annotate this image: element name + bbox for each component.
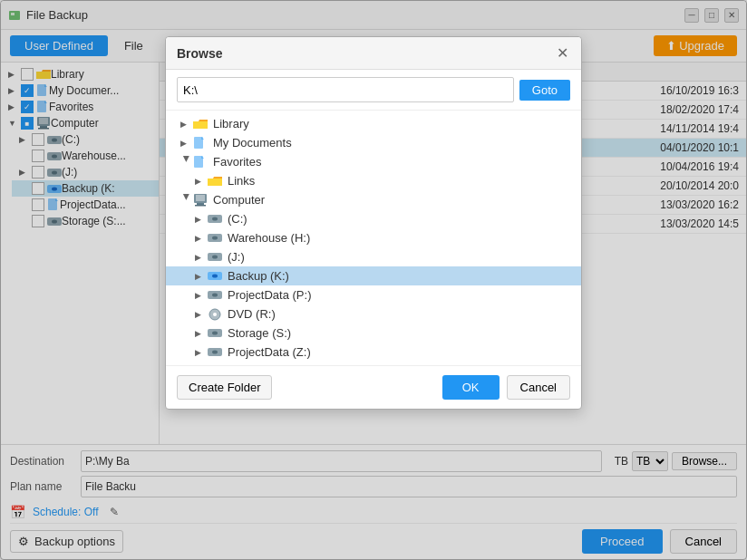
di-label-projectdata-p: ProjectData (P:) bbox=[228, 288, 311, 302]
dialog-tree: ▶ Library ▶ My Documents ▶ bbox=[166, 111, 581, 366]
di-folder-icon-library bbox=[193, 119, 209, 130]
dialog-tree-item-warehouse-h[interactable]: ▶ Warehouse (H:) bbox=[166, 228, 581, 247]
dialog-close-button[interactable]: ✕ bbox=[555, 44, 570, 62]
di-label-dvd-r: DVD (R:) bbox=[228, 307, 276, 321]
di-label-backup-k: Backup (K:) bbox=[228, 269, 289, 283]
di-arrow-favorites: ▶ bbox=[182, 156, 191, 169]
dialog-tree-item-library[interactable]: ▶ Library bbox=[166, 114, 581, 133]
di-arrow-c: ▶ bbox=[195, 215, 208, 224]
di-doc-icon-mydocs bbox=[193, 137, 209, 150]
di-label-storage-s: Storage (S:) bbox=[228, 326, 291, 340]
dialog-title: Browse bbox=[177, 46, 223, 61]
di-arrow-library: ▶ bbox=[180, 120, 193, 129]
ok-button[interactable]: OK bbox=[442, 375, 500, 400]
dialog-tree-item-dvd-r[interactable]: ▶ DVD (R:) bbox=[166, 304, 581, 323]
svg-rect-23 bbox=[197, 203, 204, 205]
di-computer-icon bbox=[193, 194, 209, 207]
browse-dialog: Browse ✕ Goto ▶ Library ▶ bbox=[165, 36, 582, 410]
dialog-title-bar: Browse ✕ bbox=[166, 37, 581, 70]
dialog-tree-item-links[interactable]: ▶ Links bbox=[166, 171, 581, 190]
di-label-favorites: Favorites bbox=[213, 155, 261, 169]
di-drive-icon-c bbox=[208, 213, 224, 225]
di-arrow-computer: ▶ bbox=[182, 194, 191, 207]
dialog-tree-item-storage-s[interactable]: ▶ Storage (S:) bbox=[166, 323, 581, 343]
path-input[interactable] bbox=[177, 77, 514, 102]
dialog-actions: OK Cancel bbox=[442, 375, 570, 400]
di-drive-icon-warehouse-h bbox=[208, 232, 224, 244]
di-drive-icon-j bbox=[208, 251, 224, 263]
di-label-computer: Computer bbox=[213, 193, 265, 207]
di-arrow-links: ▶ bbox=[195, 177, 208, 186]
dialog-cancel-button[interactable]: Cancel bbox=[507, 375, 570, 400]
di-drive-icon-projectdata-p bbox=[208, 289, 224, 301]
di-arrow-dvd-r: ▶ bbox=[195, 310, 208, 319]
di-label-library: Library bbox=[213, 117, 249, 130]
di-arrow-projectdata-p: ▶ bbox=[195, 291, 208, 300]
di-arrow-mydocs: ▶ bbox=[180, 139, 193, 148]
dialog-tree-item-mydocs[interactable]: ▶ My Documents bbox=[166, 133, 581, 152]
svg-point-38 bbox=[212, 332, 218, 335]
svg-point-36 bbox=[213, 313, 217, 316]
svg-point-30 bbox=[212, 256, 218, 259]
svg-point-40 bbox=[212, 351, 218, 354]
di-label-warehouse-h: Warehouse (H:) bbox=[228, 231, 310, 245]
di-dvd-icon bbox=[208, 308, 224, 321]
create-folder-button[interactable]: Create Folder bbox=[177, 375, 272, 400]
di-arrow-storage-s: ▶ bbox=[195, 329, 208, 338]
svg-point-28 bbox=[212, 237, 218, 240]
di-label-c: (C:) bbox=[228, 212, 247, 226]
dialog-overlay: Browse ✕ Goto ▶ Library ▶ bbox=[0, 0, 747, 560]
di-drive-icon-backup-k bbox=[208, 270, 224, 282]
dialog-footer: Create Folder OK Cancel bbox=[166, 366, 581, 409]
di-arrow-j: ▶ bbox=[195, 253, 208, 262]
di-doc-icon-favorites bbox=[193, 156, 209, 169]
svg-rect-24 bbox=[195, 205, 206, 207]
svg-point-26 bbox=[212, 217, 218, 221]
di-label-projectdata-z: ProjectData (Z:) bbox=[228, 345, 311, 359]
dialog-tree-item-projectdata-p[interactable]: ▶ ProjectData (P:) bbox=[166, 285, 581, 304]
di-label-mydocs: My Documents bbox=[213, 136, 292, 150]
svg-point-32 bbox=[212, 275, 218, 278]
di-drive-icon-storage-s bbox=[208, 327, 224, 339]
dialog-tree-item-j[interactable]: ▶ (J:) bbox=[166, 247, 581, 266]
svg-point-34 bbox=[212, 294, 218, 297]
di-arrow-warehouse-h: ▶ bbox=[195, 234, 208, 243]
di-drive-icon-projectdata-z bbox=[208, 346, 224, 358]
dialog-path-row: Goto bbox=[166, 70, 581, 111]
di-label-j: (J:) bbox=[228, 250, 245, 264]
dialog-tree-item-favorites[interactable]: ▶ Favorites bbox=[166, 152, 581, 171]
svg-rect-22 bbox=[196, 195, 205, 201]
goto-button[interactable]: Goto bbox=[519, 80, 570, 101]
dialog-tree-item-backup-k[interactable]: ▶ Backup (K:) bbox=[166, 266, 581, 285]
di-arrow-backup-k: ▶ bbox=[195, 272, 208, 281]
dialog-tree-item-projectdata-z[interactable]: ▶ ProjectData (Z:) bbox=[166, 343, 581, 362]
di-arrow-projectdata-z: ▶ bbox=[195, 348, 208, 357]
di-label-links: Links bbox=[228, 174, 255, 188]
di-folder-icon-links bbox=[208, 176, 224, 187]
dialog-tree-item-c[interactable]: ▶ (C:) bbox=[166, 209, 581, 228]
dialog-tree-item-computer[interactable]: ▶ Computer bbox=[166, 190, 581, 209]
